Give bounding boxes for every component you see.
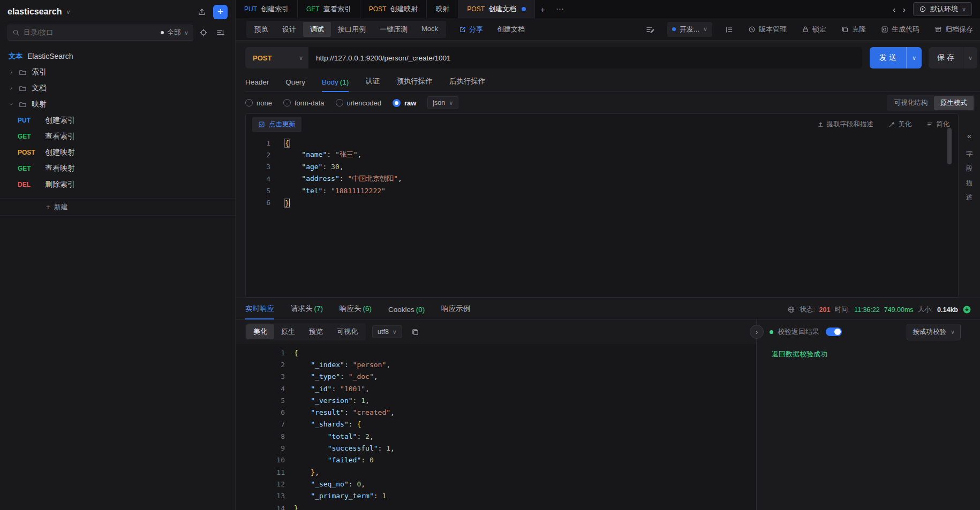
method-selector[interactable]: POST ∨ bbox=[245, 47, 308, 68]
archive-save-button[interactable]: 归档保存 bbox=[934, 25, 973, 34]
request-edit-button[interactable] bbox=[646, 25, 654, 34]
tree-item-root[interactable]: 文本 ElasticSearch bbox=[0, 48, 235, 64]
environment-icon bbox=[919, 5, 926, 13]
tree-folder-mapping[interactable]: 映射 bbox=[0, 96, 235, 112]
layout-toggle-button[interactable] bbox=[725, 25, 733, 33]
mode-mock[interactable]: Mock bbox=[414, 22, 445, 37]
new-tab-button[interactable]: + bbox=[535, 0, 551, 18]
chevron-down-icon[interactable]: ∨ bbox=[66, 9, 70, 15]
tab-realtime-response[interactable]: 实时响应 bbox=[245, 304, 274, 319]
environment-selector[interactable]: 默认环境 ∨ bbox=[913, 2, 972, 16]
display-settings-button[interactable] bbox=[214, 26, 228, 40]
tree-request[interactable]: DEL 删除索引 bbox=[0, 177, 235, 193]
app-window: elasticsearch ∨ + 目录/接口 全部 ∨ bbox=[0, 0, 980, 510]
view-visual[interactable]: 可视化 bbox=[330, 324, 365, 339]
radio-label: none bbox=[257, 99, 272, 107]
save-button[interactable]: 保 存 ∨ bbox=[929, 47, 977, 68]
editor-tab[interactable]: POST 创建映射 bbox=[360, 0, 427, 18]
search-input[interactable]: 目录/接口 全部 ∨ bbox=[7, 25, 193, 41]
editor-tab-active[interactable]: POST 创建文档 bbox=[458, 0, 535, 18]
code-line: 3 "age": 30, bbox=[246, 161, 958, 173]
code-line: 10 "failed": 0 bbox=[236, 454, 756, 466]
tree-folder-index[interactable]: 索引 bbox=[0, 64, 235, 80]
tree-folder-doc[interactable]: 文档 bbox=[0, 80, 235, 96]
view-preview[interactable]: 预览 bbox=[302, 324, 330, 339]
action-label: 生成代码 bbox=[892, 25, 919, 34]
collapse-panel-button[interactable]: › bbox=[750, 325, 764, 339]
tab-pre-actions[interactable]: 预执行操作 bbox=[396, 77, 433, 92]
send-button[interactable]: 发 送 ∨ bbox=[870, 47, 922, 68]
sidebar-header: elasticsearch ∨ + bbox=[0, 0, 235, 24]
radio-none[interactable]: none bbox=[245, 99, 272, 107]
radio-circle bbox=[336, 99, 343, 106]
download-icon[interactable] bbox=[962, 305, 971, 314]
version-manage-button[interactable]: 版本管理 bbox=[748, 25, 787, 34]
tab-post-actions[interactable]: 后执行操作 bbox=[449, 77, 486, 92]
mode-stress[interactable]: 一键压测 bbox=[373, 22, 414, 37]
copy-response-button[interactable] bbox=[409, 325, 423, 339]
extract-fields-button[interactable]: 提取字段和描述 bbox=[817, 120, 874, 129]
clone-button[interactable]: 克隆 bbox=[841, 25, 866, 34]
response-code-wrap: 1{2 "_index": "person",3 "_type": "_doc"… bbox=[236, 344, 756, 510]
chevron-right-icon bbox=[9, 86, 14, 91]
raw-mode-button[interactable]: 原生模式 bbox=[934, 96, 974, 110]
editor-tab[interactable]: PUT 创建索引 bbox=[236, 0, 298, 18]
line-number: 7 bbox=[236, 420, 285, 428]
mode-design[interactable]: 设计 bbox=[275, 22, 303, 37]
search-filter[interactable]: 全部 ∨ bbox=[161, 28, 189, 37]
encoding-selector[interactable]: utf8 ∨ bbox=[372, 325, 402, 338]
validate-toggle[interactable] bbox=[826, 328, 842, 336]
tab-label: Body bbox=[322, 78, 338, 86]
tab-body[interactable]: Body(1) bbox=[322, 78, 349, 92]
tab-forward-button[interactable]: › bbox=[903, 5, 906, 14]
view-raw[interactable]: 原生 bbox=[274, 324, 302, 339]
tab-cookies[interactable]: Cookies(0) bbox=[388, 306, 425, 319]
field-description-rail[interactable]: « 字 段 描 述 bbox=[959, 113, 980, 298]
body-editor-code[interactable]: 1{2 "name": "张三",3 "age": 30,4 "address"… bbox=[246, 134, 958, 209]
extract-icon bbox=[817, 121, 824, 128]
beautify-button[interactable]: 美化 bbox=[888, 120, 911, 129]
validate-mode-selector[interactable]: 按成功校验 ∨ bbox=[907, 324, 961, 340]
click-update-button[interactable]: 点击更新 bbox=[252, 117, 301, 132]
tree-request[interactable]: POST 创建映射 bbox=[0, 144, 235, 161]
tab-response-headers[interactable]: 响应头(6) bbox=[340, 304, 372, 319]
mode-preview[interactable]: 预览 bbox=[247, 22, 275, 37]
tab-auth[interactable]: 认证 bbox=[365, 77, 380, 92]
import-export-button[interactable] bbox=[195, 5, 209, 19]
editor-tab[interactable]: GET 查看索引 bbox=[298, 0, 360, 18]
more-tabs-button[interactable]: ⋯ bbox=[551, 0, 569, 18]
tab-header[interactable]: Header bbox=[245, 78, 269, 92]
simplify-button[interactable]: 简化 bbox=[926, 120, 949, 129]
create-doc-button[interactable]: 创建文档 bbox=[497, 25, 525, 34]
project-title[interactable]: elasticsearch bbox=[7, 7, 62, 17]
lock-button[interactable]: 锁定 bbox=[802, 25, 826, 34]
tab-response-example[interactable]: 响应示例 bbox=[441, 304, 470, 319]
tree-request[interactable]: GET 查看映射 bbox=[0, 161, 235, 177]
share-button[interactable]: 分享 bbox=[459, 25, 483, 34]
new-item-button[interactable]: + 新建 bbox=[0, 198, 235, 216]
mode-cases[interactable]: 接口用例 bbox=[331, 22, 373, 37]
mode-debug[interactable]: 调试 bbox=[303, 22, 331, 37]
generate-code-button[interactable]: 生成代码 bbox=[881, 25, 919, 34]
status-label: 状态: bbox=[800, 305, 815, 314]
tab-back-button[interactable]: ‹ bbox=[893, 5, 895, 14]
raw-format-selector[interactable]: json ∨ bbox=[427, 96, 458, 109]
editor-scrollbar[interactable] bbox=[947, 128, 952, 164]
view-pretty[interactable]: 美化 bbox=[246, 324, 274, 339]
radio-urlencoded[interactable]: urlencoded bbox=[336, 99, 381, 107]
tree-request[interactable]: GET 查看索引 bbox=[0, 128, 235, 144]
locate-button[interactable] bbox=[197, 26, 210, 40]
dev-status-selector[interactable]: 开发... ∨ bbox=[667, 22, 712, 37]
add-api-button[interactable]: + bbox=[213, 5, 228, 19]
code-line: 2 "_index": "person", bbox=[236, 359, 756, 370]
tab-query[interactable]: Query bbox=[285, 78, 305, 92]
editor-tab[interactable]: 映射 bbox=[427, 0, 458, 18]
tree-request[interactable]: PUT 创建索引 bbox=[0, 112, 235, 128]
tab-request-headers[interactable]: 请求头(7) bbox=[291, 304, 323, 319]
visual-structure-button[interactable]: 可视化结构 bbox=[888, 96, 934, 110]
send-options-button[interactable]: ∨ bbox=[906, 47, 922, 68]
radio-form-data[interactable]: form-data bbox=[283, 99, 325, 107]
save-options-button[interactable]: ∨ bbox=[963, 47, 977, 68]
radio-raw[interactable]: raw bbox=[393, 99, 416, 107]
url-input[interactable]: http://127.0.0.1:9200/person/_create/100… bbox=[308, 47, 862, 68]
